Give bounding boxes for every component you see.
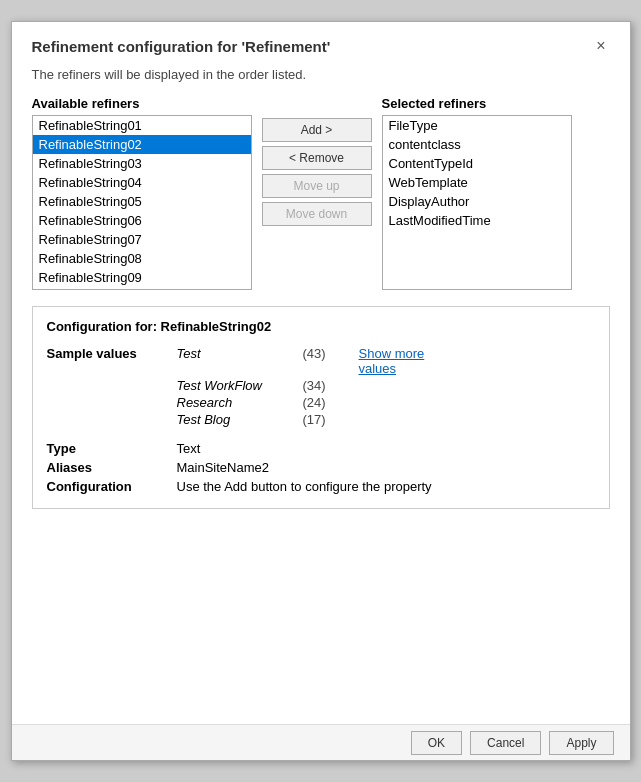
available-refiners-group: Available refiners RefinableString01 Ref… [32, 96, 252, 290]
show-more-wrapper: Show more values [349, 346, 425, 376]
list-item[interactable]: RefinableString05 [33, 192, 251, 211]
sample-value-name: Test Blog [177, 412, 297, 427]
dialog-title-bar: Refinement configuration for 'Refinement… [32, 38, 610, 55]
selected-refiners-label: Selected refiners [382, 96, 572, 111]
type-label: Type [47, 439, 177, 458]
list-item[interactable]: LastModifiedTime [383, 211, 571, 230]
aliases-label: Aliases [47, 458, 177, 477]
move-down-button[interactable]: Move down [262, 202, 372, 226]
sample-value-name: Test [177, 346, 297, 361]
config-section-title: Configuration for: RefinableString02 [47, 319, 595, 334]
sample-values-row: Sample values Test (43) Show more values [47, 344, 595, 429]
dialog-subtitle: The refiners will be displayed in the or… [32, 67, 610, 82]
sample-values-cell: Test (43) Show more values Test WorkFlow… [177, 344, 595, 429]
sample-value-count: (34) [303, 378, 343, 393]
type-value: Text [177, 439, 595, 458]
sample-value-line: Test (43) Show more values [177, 346, 595, 376]
config-label: Configuration [47, 477, 177, 496]
selected-refiners-listbox[interactable]: FileType contentclass ContentTypeId WebT… [382, 115, 572, 290]
list-item[interactable]: RefinableString09 [33, 268, 251, 287]
sample-value-count: (17) [303, 412, 343, 427]
cancel-button[interactable]: Cancel [470, 731, 541, 755]
list-item[interactable]: RefinableString03 [33, 154, 251, 173]
list-item[interactable]: ContentTypeId [383, 154, 571, 173]
config-table: Sample values Test (43) Show more values [47, 344, 595, 496]
ok-button[interactable]: OK [411, 731, 462, 755]
close-button[interactable]: × [592, 38, 609, 54]
available-refiners-label: Available refiners [32, 96, 252, 111]
list-item[interactable]: WebTemplate [383, 173, 571, 192]
sample-value-name: Research [177, 395, 297, 410]
move-up-button[interactable]: Move up [262, 174, 372, 198]
list-item[interactable]: RefinableString08 [33, 249, 251, 268]
config-row: Configuration Use the Add button to conf… [47, 477, 595, 496]
list-item[interactable]: RefinableString02 [33, 135, 251, 154]
available-refiners-listbox[interactable]: RefinableString01 RefinableString02 Refi… [32, 115, 252, 290]
aliases-value: MainSiteName2 [177, 458, 595, 477]
add-button[interactable]: Add > [262, 118, 372, 142]
list-item[interactable]: FileType [383, 116, 571, 135]
sample-value-line: Research (24) [177, 395, 595, 410]
remove-button[interactable]: < Remove [262, 146, 372, 170]
list-item[interactable]: RefinableString06 [33, 211, 251, 230]
bottom-bar: OK Cancel Apply [12, 724, 630, 760]
type-row: Type Text [47, 439, 595, 458]
list-item[interactable]: RefinableString10 [33, 287, 251, 290]
list-item[interactable]: contentclass [383, 135, 571, 154]
show-more-link[interactable]: Show more [359, 346, 425, 361]
sample-value-count: (43) [303, 346, 343, 361]
aliases-row: Aliases MainSiteName2 [47, 458, 595, 477]
sample-value-name: Test WorkFlow [177, 378, 297, 393]
list-item[interactable]: RefinableString07 [33, 230, 251, 249]
config-section: Configuration for: RefinableString02 Sam… [32, 306, 610, 509]
sample-value-line: Test WorkFlow (34) [177, 378, 595, 393]
refinement-dialog: Refinement configuration for 'Refinement… [11, 21, 631, 761]
sample-values-label: Sample values [47, 344, 177, 429]
selected-refiners-group: Selected refiners FileType contentclass … [382, 96, 572, 290]
refiners-area: Available refiners RefinableString01 Ref… [32, 96, 610, 290]
list-item[interactable]: RefinableString04 [33, 173, 251, 192]
dialog-title: Refinement configuration for 'Refinement… [32, 38, 331, 55]
list-item[interactable]: RefinableString01 [33, 116, 251, 135]
show-more-values-link[interactable]: values [359, 361, 397, 376]
list-item[interactable]: DisplayAuthor [383, 192, 571, 211]
sample-value-line: Test Blog (17) [177, 412, 595, 427]
config-value: Use the Add button to configure the prop… [177, 477, 595, 496]
apply-button[interactable]: Apply [549, 731, 613, 755]
sample-value-count: (24) [303, 395, 343, 410]
sample-values-list: Test (43) Show more values Test WorkFlow… [177, 346, 595, 427]
middle-buttons-group: Add > < Remove Move up Move down [262, 96, 372, 226]
